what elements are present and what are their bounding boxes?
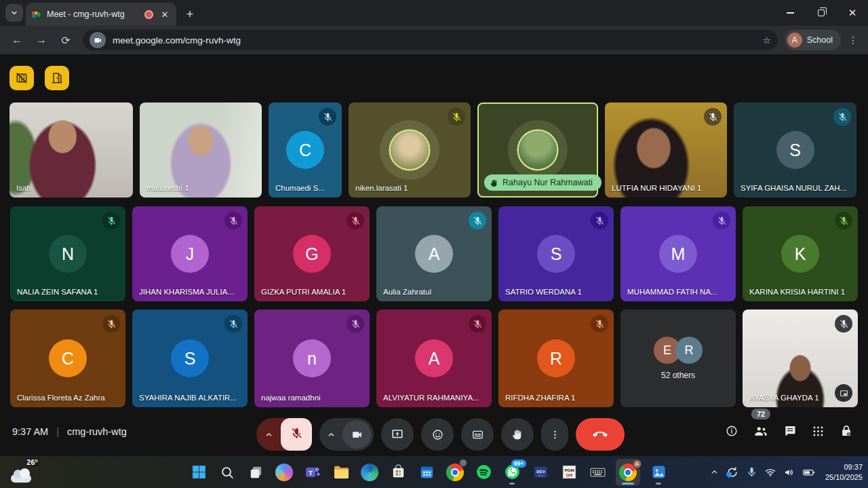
activities-button[interactable] — [812, 425, 825, 438]
participant-tile[interactable]: RRIFDHA ZHAFIRA 1 — [498, 309, 614, 407]
participant-avatar: C — [49, 339, 87, 377]
window-minimize-button[interactable] — [774, 0, 806, 26]
taskbar-app-task-view[interactable] — [245, 459, 266, 486]
meeting-details-button[interactable] — [725, 424, 738, 438]
window-close-button[interactable]: ✕ — [837, 0, 868, 26]
mic-off-icon — [591, 212, 608, 229]
participant-tile[interactable]: nnajwaa ramadhni — [254, 309, 370, 407]
taskbar-app-pom-qm[interactable]: POMQM — [559, 459, 579, 486]
running-indicator — [509, 483, 515, 485]
tray-battery-button[interactable] — [802, 466, 816, 479]
desktop-screen: Meet - cmg-ruvh-wtg ✕ + ✕ ← → ⟳ meet.goo… — [0, 0, 868, 488]
participant-name: SYAHIRA NAJIB ALKATIR... — [139, 394, 237, 402]
overlay-movie-off-button[interactable] — [9, 66, 34, 90]
participant-tile[interactable]: CClarissa Floreta Az Zahra — [10, 309, 125, 407]
participant-tile[interactable]: NNALIA ZEIN SAFANA 1 — [10, 206, 125, 301]
tab-close-button[interactable]: ✕ — [159, 8, 171, 20]
microphone-control[interactable] — [256, 418, 312, 451]
forward-button[interactable]: → — [31, 30, 52, 50]
participant-tile[interactable]: GGIZKA PUTRI AMALIA 1 — [254, 206, 370, 301]
taskbar-clock[interactable]: 09:37 25/10/2025 — [823, 462, 863, 483]
taskbar-app-spotify[interactable] — [473, 459, 494, 486]
taskbar-app-teams[interactable]: T — [302, 459, 323, 486]
participant-tile[interactable]: JJIHAN KHARISMA JULIA... — [132, 206, 248, 301]
taskbar-app-copilot[interactable] — [274, 459, 294, 486]
tab-search-button[interactable] — [5, 4, 23, 22]
taskbar-app-calendar[interactable] — [416, 459, 437, 486]
taskbar-app-file-explorer[interactable] — [331, 459, 351, 486]
participant-name: mutia.estri 1 — [146, 184, 189, 192]
tray-volume-button[interactable] — [783, 466, 795, 478]
browser-tab[interactable]: Meet - cmg-ruvh-wtg ✕ — [26, 3, 176, 26]
taskbar-app-store[interactable] — [388, 459, 408, 486]
keyboard-icon — [589, 464, 606, 481]
participant-tile[interactable]: CChumaedi S... — [269, 102, 342, 198]
tray-sync-button[interactable] — [726, 466, 739, 479]
host-controls-button[interactable] — [840, 424, 853, 438]
end-call-button[interactable] — [576, 418, 625, 451]
browser-profile-button[interactable]: A School — [785, 30, 841, 50]
reload-button[interactable]: ⟳ — [56, 30, 76, 50]
participant-tile[interactable]: niken.larasati 1 — [349, 102, 471, 198]
taskbar-app-chrome[interactable] — [445, 459, 465, 486]
participant-photo-avatar — [391, 131, 429, 169]
bookmark-star-icon[interactable]: ☆ — [763, 35, 771, 45]
reactions-button[interactable] — [421, 418, 454, 451]
back-button[interactable]: ← — [7, 30, 27, 50]
chat-panel-button[interactable] — [783, 424, 797, 438]
new-tab-button[interactable]: + — [182, 6, 198, 22]
taskbar-app-dev-cpp[interactable]: DEVC++ — [530, 459, 551, 486]
browser-menu-button[interactable]: ⋮ — [845, 35, 861, 45]
window-restore-button[interactable] — [806, 0, 837, 26]
camera-control[interactable] — [319, 418, 374, 451]
movie-off-icon — [15, 71, 28, 85]
taskbar-app-edge[interactable] — [359, 459, 380, 486]
mic-muted-button[interactable] — [281, 418, 312, 451]
taskbar-app-search[interactable] — [217, 459, 237, 486]
raise-hand-button[interactable] — [501, 418, 534, 451]
participant-tile[interactable]: AALVIYATUR RAHMANIYA... — [376, 309, 492, 407]
people-panel-button[interactable]: 72 — [753, 424, 768, 438]
taskbar-app-chrome-active[interactable]: A — [616, 459, 640, 486]
camera-options-chevron[interactable] — [319, 430, 342, 439]
taskbar-app-whatsapp[interactable]: 99+ — [502, 459, 522, 486]
participant-name: niken.larasati 1 — [355, 184, 408, 192]
participant-tile[interactable]: SSATRIO WERDANA 1 — [498, 206, 614, 301]
participant-tile[interactable]: SSYIFA GHAISA NURUL ZAH... — [734, 102, 856, 198]
participant-tile[interactable]: ER52 others — [620, 309, 736, 407]
captions-button[interactable] — [461, 418, 494, 451]
system-tray: 09:37 25/10/2025 — [710, 456, 863, 488]
participant-tile[interactable]: mutia.estri 1 — [140, 102, 262, 198]
camera-permission-icon[interactable] — [90, 32, 106, 48]
mic-off-icon — [833, 108, 851, 126]
camera-button[interactable] — [342, 420, 371, 449]
weather-widget[interactable]: 26° — [9, 458, 39, 485]
taskbar-app-start[interactable] — [189, 459, 209, 486]
more-options-button[interactable] — [541, 418, 568, 451]
address-bar[interactable]: meet.google.com/cmg-ruvh-wtg ☆ — [83, 30, 778, 50]
url-text[interactable]: meet.google.com/cmg-ruvh-wtg — [113, 35, 756, 45]
participant-tile[interactable]: Isah — [9, 102, 133, 198]
tray-chevron-button[interactable] — [710, 468, 719, 476]
mic-options-chevron[interactable] — [256, 430, 281, 439]
windows-taskbar: 26° T99+DEVC++POMQMA — [0, 456, 868, 488]
participant-tile[interactable]: KKARINA KRISIA HARTINI 1 — [743, 206, 858, 301]
tray-wifi-button[interactable] — [764, 466, 776, 478]
present-button[interactable] — [381, 418, 414, 451]
taskbar-app-on-screen-keyboard[interactable] — [587, 459, 608, 486]
tray-microphone-button[interactable] — [746, 466, 757, 478]
overlay-door-button[interactable] — [45, 66, 69, 90]
taskbar-app-photos[interactable] — [648, 459, 669, 486]
microphone-icon — [746, 466, 757, 478]
participant-tile[interactable]: AYASYA GHAYDA 1 — [743, 309, 858, 407]
participant-tile[interactable]: SSYAHIRA NAJIB ALKATIR... — [132, 309, 248, 407]
taskbar-apps: T99+DEVC++POMQMA — [189, 456, 669, 488]
participant-tile[interactable]: Rahayu Nur Rahmawati — [477, 102, 598, 198]
participant-tile[interactable]: MMUHAMMAD FATIH NA... — [620, 206, 736, 301]
participant-tile[interactable]: LUTFIA NUR HIDAYANI 1 — [605, 102, 727, 198]
picture-in-picture-icon[interactable] — [835, 384, 852, 402]
mic-off-icon — [469, 315, 486, 333]
participant-avatar: R — [537, 339, 575, 377]
others-count-label: 52 others — [661, 371, 695, 380]
participant-tile[interactable]: AAulia Zahratul — [376, 206, 492, 301]
